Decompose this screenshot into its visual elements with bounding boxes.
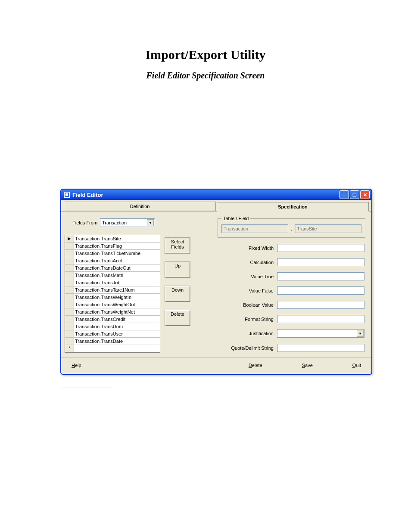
field-name-field: TransSite [295,224,361,233]
table-row: Transaction.TransTicketNumbe [65,250,160,257]
delete-button[interactable]: Delete [246,362,265,369]
svg-rect-1 [65,193,68,196]
minimize-button[interactable]: — [339,190,349,199]
justification-combo[interactable]: ▼ [277,329,364,338]
divider-top [60,141,112,141]
table-row: Transaction.TransDateOut [65,264,160,272]
title-bar: Field Editor — ☐ ✕ [61,190,371,200]
calculation-label: Calculation [218,260,274,265]
fixed-width-label: Fixed Width [218,246,274,251]
current-row-marker: ▶ [65,235,74,242]
divider-bottom [60,388,112,388]
new-row-marker: * [65,345,74,352]
fields-from-label: Fields From [72,220,97,225]
table-row: ▶Transaction.TransSite [65,235,160,243]
boolean-value-label: Boolean Value [218,302,274,308]
value-false-label: Value False [218,288,274,293]
table-name-field: Transaction [221,224,288,233]
value-false-input[interactable] [277,286,364,295]
quote-delimit-input[interactable] [277,344,364,352]
format-string-input[interactable] [277,315,364,323]
format-string-label: Format String [218,317,274,322]
tab-definition[interactable]: Definition [64,202,216,211]
separator-dot: . [291,226,292,231]
table-row: Transaction.TransFlag [65,243,160,250]
help-button[interactable]: Help [69,362,84,369]
chevron-down-icon: ▼ [357,330,364,337]
calculation-input[interactable] [277,258,364,266]
table-row: Transaction.TransDate [65,338,160,345]
field-editor-window: Field Editor — ☐ ✕ Definition Specificat… [60,189,372,375]
definition-panel: Fields From Transaction ▼ ▶Transaction.T… [65,216,215,353]
tab-strip: Definition Specification [61,200,371,211]
value-true-input[interactable] [277,272,364,280]
table-row: Transaction.TransTare1Num [65,286,160,294]
fields-from-value: Transaction [102,220,147,225]
table-row: Transaction.TransWeightIn [65,294,160,301]
justification-label: Justification [218,331,274,336]
table-row: Transaction.TransWeightNet [65,308,160,316]
quote-delimit-label: Quote/Delimit String [218,345,274,351]
fields-grid[interactable]: ▶Transaction.TransSite Transaction.Trans… [65,235,160,353]
document-title: Import/Export Utility [30,47,381,62]
chevron-down-icon: ▼ [147,219,154,226]
up-button[interactable]: Up [165,261,190,278]
delete-row-button[interactable]: Delete [165,310,190,326]
table-row: Transaction.TransUser [65,330,160,338]
new-row: * [65,345,160,352]
window-title: Field Editor [72,192,339,198]
save-button[interactable]: Save [299,362,315,369]
table-row: Transaction.TransAcct [65,257,160,264]
tab-specification[interactable]: Specification [217,202,369,212]
table-row: Transaction.TransUom [65,323,160,330]
close-button[interactable]: ✕ [360,190,370,199]
quit-button[interactable]: Quit [350,362,364,369]
table-field-legend: Table / Field [221,216,250,221]
value-true-label: Value True [218,274,274,279]
document-subtitle: Field Editor Specification Screen [30,71,381,81]
fixed-width-input[interactable] [277,244,364,252]
table-row: Transaction.TransJob [65,279,160,286]
maximize-button[interactable]: ☐ [350,190,359,199]
boolean-value-input[interactable] [277,301,364,309]
fields-from-combo[interactable]: Transaction ▼ [100,218,155,227]
table-field-group: Table / Field Transaction . TransSite [218,216,365,238]
down-button[interactable]: Down [165,286,190,302]
specification-panel: Table / Field Transaction . TransSite Fi… [218,216,368,353]
table-row: Transaction.TransMatrl [65,272,160,279]
bottom-button-bar: Help Delete Save Quit [61,357,371,374]
select-fields-button[interactable]: Select Fields [165,237,190,254]
app-icon [64,192,70,198]
table-row: Transaction.TransCredit [65,316,160,323]
table-row: Transaction.TransWeightOut [65,301,160,308]
